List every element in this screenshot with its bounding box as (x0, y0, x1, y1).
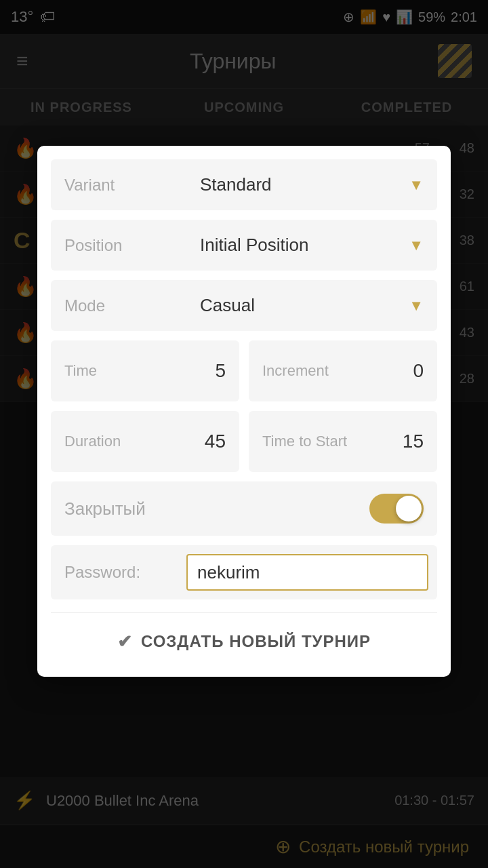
closed-toggle[interactable] (369, 494, 424, 524)
time-to-start-label: Time to Start (262, 433, 403, 450)
create-button-label: СОЗДАТЬ НОВЫЙ ТУРНИР (141, 632, 371, 651)
position-arrow-icon: ▼ (409, 237, 424, 254)
time-label: Time (64, 362, 215, 380)
mode-arrow-icon: ▼ (409, 297, 424, 315)
time-to-start-value: 15 (403, 431, 424, 452)
mode-label: Mode (64, 296, 200, 315)
create-tournament-button[interactable]: ✔ СОЗДАТЬ НОВЫЙ ТУРНИР (51, 612, 437, 663)
duration-timetostart-row: Duration 45 Time to Start 15 (51, 411, 437, 472)
variant-select[interactable]: Variant Standard ▼ (51, 159, 437, 210)
toggle-knob (396, 496, 422, 521)
password-label: Password: (64, 563, 186, 582)
check-icon: ✔ (117, 631, 133, 652)
closed-label: Закрытый (64, 498, 369, 519)
mode-select[interactable]: Mode Casual ▼ (51, 280, 437, 331)
variant-arrow-icon: ▼ (409, 176, 424, 194)
duration-value: 45 (205, 431, 226, 452)
increment-label: Increment (262, 362, 413, 380)
increment-field[interactable]: Increment 0 (249, 340, 437, 401)
variant-label: Variant (64, 176, 200, 195)
duration-label: Duration (64, 433, 205, 450)
increment-value: 0 (413, 360, 424, 382)
position-label: Position (64, 236, 200, 255)
duration-field[interactable]: Duration 45 (51, 411, 239, 472)
mode-value: Casual (200, 295, 409, 316)
password-input[interactable] (186, 554, 428, 591)
password-row: Password: (51, 545, 437, 599)
closed-toggle-row: Закрытый (51, 481, 437, 536)
time-increment-row: Time 5 Increment 0 (51, 340, 437, 401)
create-tournament-modal: Variant Standard ▼ Position Initial Posi… (37, 146, 451, 677)
position-select[interactable]: Position Initial Position ▼ (51, 220, 437, 271)
time-to-start-field[interactable]: Time to Start 15 (249, 411, 437, 472)
variant-value: Standard (200, 174, 409, 195)
position-value: Initial Position (200, 235, 409, 256)
time-value: 5 (215, 360, 226, 382)
time-field[interactable]: Time 5 (51, 340, 239, 401)
